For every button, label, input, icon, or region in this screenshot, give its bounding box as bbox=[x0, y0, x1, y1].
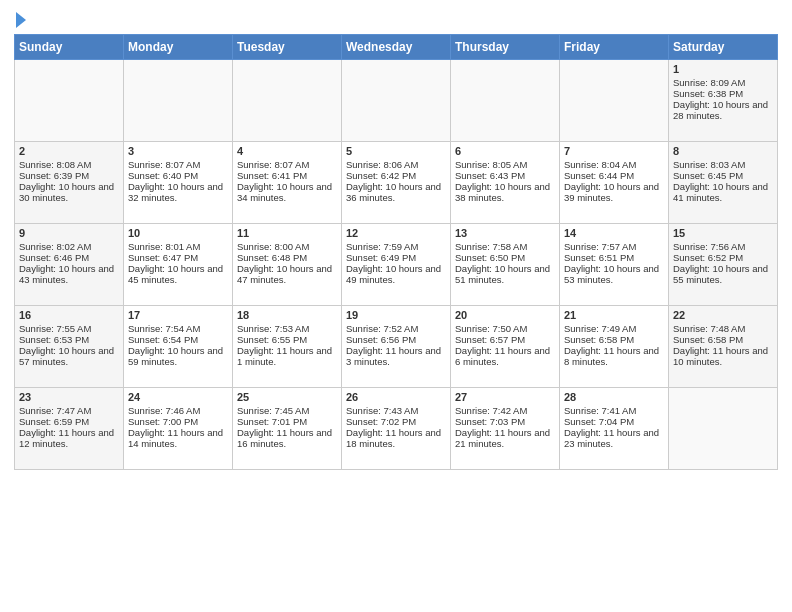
day-number: 14 bbox=[564, 227, 664, 239]
day-info: Daylight: 10 hours and 36 minutes. bbox=[346, 181, 446, 203]
day-info: Sunrise: 7:58 AM bbox=[455, 241, 555, 252]
day-info: Sunrise: 8:08 AM bbox=[19, 159, 119, 170]
day-info: Sunset: 6:40 PM bbox=[128, 170, 228, 181]
day-info: Daylight: 10 hours and 38 minutes. bbox=[455, 181, 555, 203]
calendar-cell: 24Sunrise: 7:46 AMSunset: 7:00 PMDayligh… bbox=[124, 388, 233, 470]
weekday-header-wednesday: Wednesday bbox=[342, 35, 451, 60]
calendar-cell: 5Sunrise: 8:06 AMSunset: 6:42 PMDaylight… bbox=[342, 142, 451, 224]
day-info: Sunrise: 7:46 AM bbox=[128, 405, 228, 416]
day-number: 12 bbox=[346, 227, 446, 239]
calendar-cell: 23Sunrise: 7:47 AMSunset: 6:59 PMDayligh… bbox=[15, 388, 124, 470]
day-number: 20 bbox=[455, 309, 555, 321]
day-number: 8 bbox=[673, 145, 773, 157]
calendar-cell: 9Sunrise: 8:02 AMSunset: 6:46 PMDaylight… bbox=[15, 224, 124, 306]
weekday-header-friday: Friday bbox=[560, 35, 669, 60]
day-info: Sunset: 6:42 PM bbox=[346, 170, 446, 181]
day-info: Sunrise: 8:05 AM bbox=[455, 159, 555, 170]
calendar-cell: 18Sunrise: 7:53 AMSunset: 6:55 PMDayligh… bbox=[233, 306, 342, 388]
day-info: Sunset: 6:44 PM bbox=[564, 170, 664, 181]
day-info: Daylight: 11 hours and 23 minutes. bbox=[564, 427, 664, 449]
day-number: 13 bbox=[455, 227, 555, 239]
calendar-cell: 27Sunrise: 7:42 AMSunset: 7:03 PMDayligh… bbox=[451, 388, 560, 470]
calendar-cell: 1Sunrise: 8:09 AMSunset: 6:38 PMDaylight… bbox=[669, 60, 778, 142]
day-info: Sunrise: 8:07 AM bbox=[237, 159, 337, 170]
day-number: 1 bbox=[673, 63, 773, 75]
day-info: Sunrise: 7:54 AM bbox=[128, 323, 228, 334]
day-info: Daylight: 11 hours and 12 minutes. bbox=[19, 427, 119, 449]
day-number: 10 bbox=[128, 227, 228, 239]
logo-arrow-icon bbox=[16, 12, 26, 28]
day-info: Daylight: 10 hours and 30 minutes. bbox=[19, 181, 119, 203]
day-info: Daylight: 10 hours and 45 minutes. bbox=[128, 263, 228, 285]
day-info: Daylight: 10 hours and 43 minutes. bbox=[19, 263, 119, 285]
day-info: Sunrise: 8:07 AM bbox=[128, 159, 228, 170]
day-info: Sunset: 6:51 PM bbox=[564, 252, 664, 263]
calendar-cell: 28Sunrise: 7:41 AMSunset: 7:04 PMDayligh… bbox=[560, 388, 669, 470]
calendar-week-3: 16Sunrise: 7:55 AMSunset: 6:53 PMDayligh… bbox=[15, 306, 778, 388]
weekday-header-monday: Monday bbox=[124, 35, 233, 60]
day-info: Sunset: 7:04 PM bbox=[564, 416, 664, 427]
weekday-header-thursday: Thursday bbox=[451, 35, 560, 60]
day-info: Sunset: 7:00 PM bbox=[128, 416, 228, 427]
day-info: Sunset: 6:49 PM bbox=[346, 252, 446, 263]
day-number: 25 bbox=[237, 391, 337, 403]
calendar-cell: 12Sunrise: 7:59 AMSunset: 6:49 PMDayligh… bbox=[342, 224, 451, 306]
day-info: Sunrise: 8:01 AM bbox=[128, 241, 228, 252]
day-number: 23 bbox=[19, 391, 119, 403]
day-info: Sunrise: 7:43 AM bbox=[346, 405, 446, 416]
calendar-cell: 25Sunrise: 7:45 AMSunset: 7:01 PMDayligh… bbox=[233, 388, 342, 470]
calendar-week-2: 9Sunrise: 8:02 AMSunset: 6:46 PMDaylight… bbox=[15, 224, 778, 306]
calendar-cell: 22Sunrise: 7:48 AMSunset: 6:58 PMDayligh… bbox=[669, 306, 778, 388]
calendar-cell bbox=[233, 60, 342, 142]
page: SundayMondayTuesdayWednesdayThursdayFrid… bbox=[0, 0, 792, 612]
day-info: Sunset: 6:38 PM bbox=[673, 88, 773, 99]
logo bbox=[14, 10, 26, 28]
day-info: Daylight: 10 hours and 41 minutes. bbox=[673, 181, 773, 203]
calendar-cell: 16Sunrise: 7:55 AMSunset: 6:53 PMDayligh… bbox=[15, 306, 124, 388]
day-info: Sunset: 6:43 PM bbox=[455, 170, 555, 181]
day-number: 9 bbox=[19, 227, 119, 239]
day-info: Sunrise: 7:41 AM bbox=[564, 405, 664, 416]
calendar: SundayMondayTuesdayWednesdayThursdayFrid… bbox=[14, 34, 778, 470]
calendar-cell bbox=[451, 60, 560, 142]
day-number: 19 bbox=[346, 309, 446, 321]
day-number: 11 bbox=[237, 227, 337, 239]
day-info: Daylight: 11 hours and 14 minutes. bbox=[128, 427, 228, 449]
day-info: Sunset: 6:50 PM bbox=[455, 252, 555, 263]
calendar-cell: 8Sunrise: 8:03 AMSunset: 6:45 PMDaylight… bbox=[669, 142, 778, 224]
calendar-week-4: 23Sunrise: 7:47 AMSunset: 6:59 PMDayligh… bbox=[15, 388, 778, 470]
day-info: Sunrise: 7:56 AM bbox=[673, 241, 773, 252]
calendar-cell: 4Sunrise: 8:07 AMSunset: 6:41 PMDaylight… bbox=[233, 142, 342, 224]
day-info: Sunrise: 8:04 AM bbox=[564, 159, 664, 170]
calendar-cell bbox=[342, 60, 451, 142]
day-number: 26 bbox=[346, 391, 446, 403]
calendar-cell: 11Sunrise: 8:00 AMSunset: 6:48 PMDayligh… bbox=[233, 224, 342, 306]
day-info: Sunrise: 7:50 AM bbox=[455, 323, 555, 334]
calendar-cell: 20Sunrise: 7:50 AMSunset: 6:57 PMDayligh… bbox=[451, 306, 560, 388]
day-info: Daylight: 11 hours and 16 minutes. bbox=[237, 427, 337, 449]
day-info: Sunrise: 7:48 AM bbox=[673, 323, 773, 334]
day-info: Sunset: 6:45 PM bbox=[673, 170, 773, 181]
calendar-cell: 3Sunrise: 8:07 AMSunset: 6:40 PMDaylight… bbox=[124, 142, 233, 224]
day-info: Daylight: 10 hours and 32 minutes. bbox=[128, 181, 228, 203]
day-number: 5 bbox=[346, 145, 446, 157]
day-info: Daylight: 10 hours and 53 minutes. bbox=[564, 263, 664, 285]
day-info: Sunrise: 8:06 AM bbox=[346, 159, 446, 170]
day-info: Sunset: 6:52 PM bbox=[673, 252, 773, 263]
day-info: Sunrise: 7:57 AM bbox=[564, 241, 664, 252]
day-info: Sunrise: 8:00 AM bbox=[237, 241, 337, 252]
day-info: Sunset: 6:48 PM bbox=[237, 252, 337, 263]
day-info: Daylight: 10 hours and 55 minutes. bbox=[673, 263, 773, 285]
day-number: 3 bbox=[128, 145, 228, 157]
day-info: Daylight: 11 hours and 21 minutes. bbox=[455, 427, 555, 449]
day-info: Sunrise: 8:03 AM bbox=[673, 159, 773, 170]
day-info: Daylight: 10 hours and 59 minutes. bbox=[128, 345, 228, 367]
day-info: Daylight: 11 hours and 18 minutes. bbox=[346, 427, 446, 449]
day-number: 4 bbox=[237, 145, 337, 157]
day-info: Daylight: 11 hours and 6 minutes. bbox=[455, 345, 555, 367]
day-info: Sunset: 6:59 PM bbox=[19, 416, 119, 427]
day-info: Daylight: 11 hours and 8 minutes. bbox=[564, 345, 664, 367]
day-info: Sunrise: 8:09 AM bbox=[673, 77, 773, 88]
weekday-header-tuesday: Tuesday bbox=[233, 35, 342, 60]
day-number: 24 bbox=[128, 391, 228, 403]
